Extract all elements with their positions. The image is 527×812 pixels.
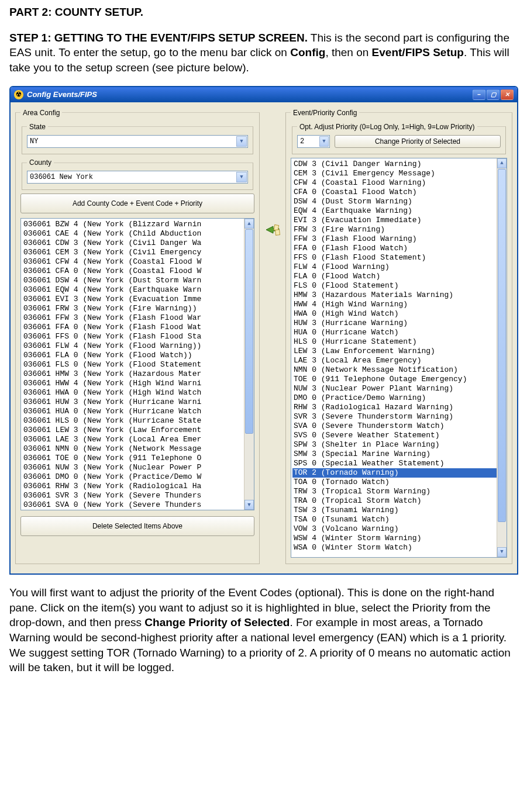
list-item[interactable]: TOR 2 (Tornado Warning) (292, 468, 505, 478)
state-dropdown[interactable]: NY ▼ (27, 135, 248, 148)
list-item[interactable]: SMW 3 (Special Marine Warning) (292, 450, 505, 459)
list-item[interactable]: TSW 3 (Tsunami Warning) (292, 506, 505, 515)
list-item[interactable]: CDW 3 (Civil Danger Warning) (292, 160, 505, 169)
list-item[interactable]: RHW 3 (Radiological Hazard Warning) (292, 403, 505, 412)
add-county-event-button[interactable]: Add County Code + Event Code + Priority (20, 194, 254, 213)
list-item[interactable]: 036061 HWA 0 (New York (High Wind Watch (22, 388, 253, 398)
list-item[interactable]: 036061 CEM 3 (New York (Civil Emergency (22, 248, 253, 257)
list-item[interactable]: FLA 0 (Flood Watch) (292, 272, 505, 281)
list-item[interactable]: 036061 CFA 0 (New York (Coastal Flood W (22, 267, 253, 276)
maximize-button[interactable]: ▢ (487, 89, 500, 100)
list-item[interactable]: 036061 BZW 4 (New York (Blizzard Warnin (22, 220, 253, 229)
scroll-thumb[interactable] (498, 169, 506, 522)
state-value: NY (30, 137, 38, 146)
list-item[interactable]: 036061 HLS 0 (New York (Hurricane State (22, 416, 253, 426)
list-item[interactable]: HWA 0 (High Wind Watch) (292, 309, 505, 319)
event-priority-legend: Event/Priority Config (291, 108, 359, 118)
list-item[interactable]: LAE 3 (Local Area Emergency) (292, 356, 505, 365)
list-item[interactable]: 036061 FLW 4 (New York (Flood Warning)) (22, 341, 253, 351)
list-item[interactable]: 036061 CDW 3 (New York (Civil Danger Wa (22, 239, 253, 248)
list-item[interactable]: LEW 3 (Law Enforcement Warning) (292, 347, 505, 356)
change-priority-label: Change Priority of Selected (375, 137, 460, 146)
county-dropdown[interactable]: 036061 New York ▼ (27, 171, 248, 184)
list-item[interactable]: FRW 3 (Fire Warning) (292, 225, 505, 234)
list-item[interactable]: 036061 CFW 4 (New York (Coastal Flood W (22, 257, 253, 267)
list-item[interactable]: FFW 3 (Flash Flood Warning) (292, 234, 505, 244)
window-titlebar[interactable]: ☢ Config Events/FIPS – ▢ ✕ (11, 87, 517, 102)
list-item[interactable]: 036061 FLA 0 (New York (Flood Watch)) (22, 351, 253, 360)
scroll-up-icon[interactable]: ▲ (244, 219, 254, 229)
scroll-up-icon[interactable]: ▲ (497, 158, 507, 168)
list-item[interactable]: HLS 0 (Hurricane Statement) (292, 337, 505, 347)
list-item[interactable]: 036061 SVA 0 (New York (Severe Thunders (22, 500, 253, 510)
list-item[interactable]: 036061 EVI 3 (New York (Evacuation Imme (22, 295, 253, 304)
scroll-thumb[interactable] (245, 229, 253, 434)
scroll-down-icon[interactable]: ▼ (244, 500, 254, 510)
list-item[interactable]: TRA 0 (Tropical Storm Watch) (292, 496, 505, 506)
list-item[interactable]: SPS 0 (Special Weather Statement) (292, 459, 505, 468)
list-item[interactable]: FFS 0 (Flash Flood Statement) (292, 253, 505, 262)
list-item[interactable]: 036061 HUA 0 (New York (Hurricane Watch (22, 407, 253, 416)
list-item[interactable]: 036061 LAE 3 (New York (Local Area Emer (22, 435, 253, 444)
priority-dropdown[interactable]: 2 ▼ (297, 135, 330, 148)
close-button[interactable]: ✕ (501, 89, 514, 100)
list-item[interactable]: EQW 4 (Earthquake Warning) (292, 206, 505, 216)
minimize-button[interactable]: – (473, 89, 485, 100)
list-item[interactable]: WSA 0 (Winter Storm Watch) (292, 543, 505, 552)
list-item[interactable]: 036061 FFA 0 (New York (Flash Flood Wat (22, 323, 253, 332)
list-item[interactable]: CFW 4 (Coastal Flood Warning) (292, 178, 505, 188)
delete-selected-button[interactable]: Delete Selected Items Above (20, 516, 254, 536)
scroll-down-icon[interactable]: ▼ (497, 547, 507, 557)
list-item[interactable]: SVA 0 (Severe Thunderstorm Watch) (292, 421, 505, 431)
step1-config-bold: Config (290, 46, 325, 58)
list-item[interactable]: NUW 3 (Nuclear Power Plant Warning) (292, 384, 505, 393)
county-event-listbox[interactable]: 036061 BZW 4 (New York (Blizzard Warnin0… (20, 218, 254, 510)
window-app-icon: ☢ (14, 90, 23, 99)
list-item[interactable]: HUW 3 (Hurricane Warning) (292, 319, 505, 328)
list-item[interactable]: 036061 FLS 0 (New York (Flood Statement (22, 360, 253, 369)
list-item[interactable]: DSW 4 (Dust Storm Warning) (292, 197, 505, 206)
list-item[interactable]: FLS 0 (Flood Statement) (292, 281, 505, 291)
list-item[interactable]: 036061 NMN 0 (New York (Network Message (22, 444, 253, 454)
scrollbar[interactable]: ▲ ▼ (244, 219, 254, 510)
list-item[interactable]: 036061 HWW 4 (New York (High Wind Warni (22, 379, 253, 388)
list-item[interactable]: SVS 0 (Severe Weather Statement) (292, 431, 505, 440)
list-item[interactable]: TOA 0 (Tornado Watch) (292, 478, 505, 487)
list-item[interactable]: WSW 4 (Winter Storm Warning) (292, 534, 505, 543)
list-item[interactable]: 036061 HMW 3 (New York (Hazardous Mater (22, 369, 253, 379)
list-item[interactable]: 036061 FFW 3 (New York (Flash Flood War (22, 313, 253, 323)
list-item[interactable]: 036061 FRW 3 (New York (Fire Warning)) (22, 304, 253, 313)
list-item[interactable]: 036061 RHW 3 (New York (Radiological Ha (22, 482, 253, 491)
list-item[interactable]: 036061 SVR 3 (New York (Severe Thunders (22, 491, 253, 500)
list-item[interactable]: SPW 3 (Shelter in Place Warning) (292, 440, 505, 450)
list-item[interactable]: 036061 NUW 3 (New York (Nuclear Power P (22, 463, 253, 472)
list-item[interactable]: FLW 4 (Flood Warning) (292, 262, 505, 272)
list-item[interactable]: VOW 3 (Volcano Warning) (292, 524, 505, 534)
list-item[interactable]: 036061 FFS 0 (New York (Flash Flood Sta (22, 332, 253, 341)
list-item[interactable]: TSA 0 (Tsunami Watch) (292, 515, 505, 524)
list-item[interactable]: 036061 DMO 0 (New York (Practice/Demo W (22, 472, 253, 482)
state-fieldset: State NY ▼ (22, 122, 253, 154)
list-item[interactable]: 036061 HUW 3 (New York (Hurricane Warni (22, 398, 253, 407)
list-item[interactable]: NMN 0 (Network Message Notification) (292, 365, 505, 375)
list-item[interactable]: 036061 TOE 0 (New York (911 Telephone O (22, 454, 253, 463)
list-item[interactable]: SVR 3 (Severe Thunderstorm Warning) (292, 412, 505, 421)
list-item[interactable]: HMW 3 (Hazardous Materials Warning) (292, 291, 505, 300)
list-item[interactable]: 036061 DSW 4 (New York (Dust Storm Warn (22, 276, 253, 285)
list-item[interactable]: 036061 LEW 3 (New York (Law Enforcement (22, 426, 253, 435)
list-item[interactable]: HWW 4 (High Wind Warning) (292, 300, 505, 309)
list-item[interactable]: CFA 0 (Coastal Flood Watch) (292, 188, 505, 197)
list-item[interactable]: TOE 0 (911 Telephone Outage Emergency) (292, 375, 505, 384)
change-priority-button[interactable]: Change Priority of Selected (335, 135, 501, 148)
event-code-listbox[interactable]: CDW 3 (Civil Danger Warning)CEM 3 (Civil… (291, 158, 507, 558)
list-item[interactable]: 036061 EQW 4 (New York (Earthquake Warn (22, 285, 253, 295)
list-item[interactable]: TRW 3 (Tropical Storm Warning) (292, 487, 505, 496)
scrollbar[interactable]: ▲ ▼ (497, 158, 507, 557)
list-item[interactable]: 036061 CAE 4 (New York (Child Abduction (22, 229, 253, 239)
instr-change-priority-bold: Change Priority of Selected (144, 616, 290, 628)
list-item[interactable]: HUA 0 (Hurricane Watch) (292, 328, 505, 337)
list-item[interactable]: EVI 3 (Evacuation Immediate) (292, 216, 505, 225)
list-item[interactable]: CEM 3 (Civil Emergency Message) (292, 169, 505, 178)
list-item[interactable]: FFA 0 (Flash Flood Watch) (292, 244, 505, 253)
list-item[interactable]: DMO 0 (Practice/Demo Warning) (292, 393, 505, 403)
